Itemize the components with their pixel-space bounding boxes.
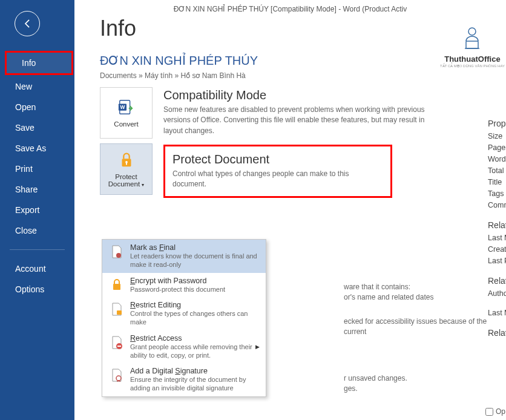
option-checkbox[interactable] bbox=[485, 408, 493, 416]
svg-text:W: W bbox=[120, 104, 125, 110]
protect-label: Protect Document ▾ bbox=[100, 173, 152, 188]
svg-rect-10 bbox=[117, 310, 122, 315]
props-related-people: Relat bbox=[488, 276, 506, 286]
document-ribbon-icon bbox=[108, 367, 125, 384]
prop-created: Create bbox=[488, 245, 506, 254]
protect-desc: Control what types of changes people can… bbox=[172, 169, 383, 190]
dd-restrict-editing[interactable]: Restrict Editing Control the types of ch… bbox=[102, 297, 266, 330]
word-convert-icon: W bbox=[117, 97, 136, 117]
document-restrict-icon bbox=[108, 334, 125, 351]
dd-desc: Ensure the integrity of the document by … bbox=[130, 376, 260, 393]
menu-export[interactable]: Export bbox=[0, 200, 74, 220]
svg-rect-7 bbox=[126, 162, 127, 165]
dd-title: Encrypt with Password bbox=[130, 277, 260, 285]
backstage-sidebar: Info New Open Save Save As Print Share E… bbox=[0, 0, 74, 420]
menu-account[interactable]: Account bbox=[0, 258, 74, 279]
lock-shield-icon bbox=[117, 150, 136, 169]
protect-highlight-box: Protect Document Control what types of c… bbox=[163, 145, 392, 198]
watermark-logo: ThuthuatOffice TẤT CẢ MẸO DÙNG VĂN PHÒNG… bbox=[440, 24, 505, 68]
arrow-left-icon bbox=[21, 18, 33, 30]
dd-mark-as-final[interactable]: Mark as Final Let readers know the docum… bbox=[102, 240, 266, 273]
bg-fragment: r unsaved changes. bbox=[344, 373, 407, 384]
option-checkbox-label: Op bbox=[496, 407, 505, 416]
prop-last-modified: Last M bbox=[488, 234, 506, 242]
convert-label: Convert bbox=[114, 120, 138, 128]
prop-title: Title bbox=[488, 178, 506, 186]
prop-size: Size bbox=[488, 132, 506, 140]
properties-panel: Prope Size Pages Words Total E Title Tag… bbox=[488, 119, 506, 341]
convert-tile[interactable]: W Convert bbox=[100, 87, 153, 139]
prop-total-editing: Total E bbox=[488, 166, 506, 175]
prop-comments: Comm bbox=[488, 201, 506, 209]
document-lock-icon bbox=[108, 301, 125, 318]
bg-fragment: or's name and related dates bbox=[344, 292, 433, 303]
compat-desc: Some new features are disabled to preven… bbox=[163, 105, 430, 136]
menu-close[interactable]: Close bbox=[0, 220, 74, 241]
protect-heading: Protect Document bbox=[172, 153, 383, 166]
bg-fragment: ges. bbox=[344, 384, 358, 394]
svg-rect-12 bbox=[117, 346, 121, 347]
back-button[interactable] bbox=[15, 11, 40, 36]
props-related-docs: Relat bbox=[488, 328, 506, 338]
document-final-icon bbox=[108, 243, 125, 260]
breadcrumb: Documents » Máy tính » Hồ sơ Nam Bình Hà bbox=[100, 71, 506, 80]
lock-key-icon bbox=[108, 277, 125, 294]
menu-save[interactable]: Save bbox=[0, 117, 74, 138]
dd-encrypt-password[interactable]: Encrypt with Password Password-protect t… bbox=[102, 273, 266, 298]
separator bbox=[10, 249, 65, 250]
svg-point-0 bbox=[468, 28, 476, 35]
bg-fragment: ware that it contains: bbox=[344, 282, 410, 292]
menu-options[interactable]: Options bbox=[0, 279, 74, 300]
protect-section: Protect Document ▾ Protect Document Cont… bbox=[100, 143, 506, 198]
prop-last-printed: Last Pr bbox=[488, 257, 506, 265]
menu-open[interactable]: Open bbox=[0, 97, 74, 117]
title-bar: ĐƠN XIN NGHỈ PHÉP THÚY [Compatibility Mo… bbox=[74, 0, 506, 16]
menu-save-as[interactable]: Save As bbox=[0, 138, 74, 159]
compat-heading: Compatibility Mode bbox=[163, 88, 506, 102]
menu-new[interactable]: New bbox=[0, 76, 74, 97]
dd-title: Restrict Access bbox=[130, 334, 255, 343]
logo-tagline: TẤT CẢ MẸO DÙNG VĂN PHÒNG HAY bbox=[440, 64, 505, 68]
svg-rect-1 bbox=[466, 41, 478, 48]
menu-share[interactable]: Share bbox=[0, 179, 74, 200]
dd-desc: Control the types of changes others can … bbox=[130, 310, 260, 327]
prop-tags: Tags bbox=[488, 189, 506, 198]
dd-title: Restrict Editing bbox=[130, 301, 260, 309]
prop-last-mod-by: Last M bbox=[488, 309, 506, 317]
dd-title: Add a Digital Signature bbox=[130, 367, 260, 375]
menu-info[interactable]: Info bbox=[5, 51, 73, 75]
prop-pages: Pages bbox=[488, 143, 506, 152]
logo-brand-text: ThuthuatOffice bbox=[440, 54, 505, 64]
prop-author: Autho bbox=[488, 289, 506, 298]
dd-restrict-access[interactable]: Restrict Access Grant people access whil… bbox=[102, 330, 266, 364]
dd-desc: Let readers know the document is final a… bbox=[130, 252, 260, 269]
option-checkbox-row[interactable]: Op bbox=[485, 407, 505, 416]
person-laptop-icon bbox=[458, 24, 487, 53]
dd-desc: Password-protect this document bbox=[130, 286, 260, 294]
chevron-right-icon: ▶ bbox=[255, 344, 260, 350]
protect-document-tile[interactable]: Protect Document ▾ bbox=[100, 143, 153, 195]
props-heading: Prope bbox=[488, 119, 506, 128]
bg-fragment: ecked for accessibility issues because o… bbox=[344, 317, 506, 338]
protect-document-dropdown: Mark as Final Let readers know the docum… bbox=[102, 239, 266, 397]
menu-print[interactable]: Print bbox=[0, 159, 74, 179]
prop-words: Words bbox=[488, 155, 506, 163]
dd-digital-signature[interactable]: Add a Digital Signature Ensure the integ… bbox=[102, 363, 266, 396]
props-related-dates: Relat bbox=[488, 220, 506, 230]
svg-rect-9 bbox=[113, 284, 120, 290]
compatibility-section: W Convert Compatibility Mode Some new fe… bbox=[100, 87, 506, 139]
dd-title: Mark as Final bbox=[130, 243, 260, 252]
svg-point-8 bbox=[116, 253, 121, 258]
dd-desc: Grant people access while removing their… bbox=[130, 343, 255, 360]
